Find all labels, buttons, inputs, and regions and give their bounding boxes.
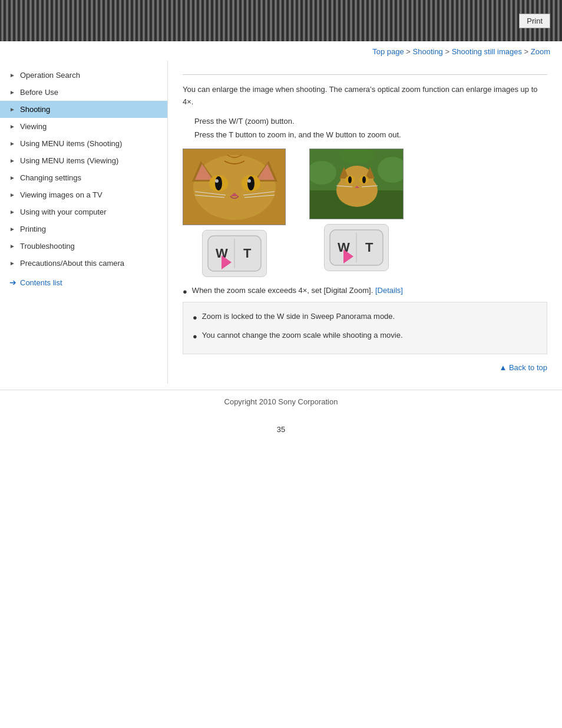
sidebar-item-before-use[interactable]: ► Before Use — [0, 84, 167, 101]
cat-image-large — [183, 149, 286, 225]
sidebar-item-shooting[interactable]: ► Shooting — [0, 101, 167, 118]
svg-text:T: T — [243, 246, 252, 261]
arrow-right-icon: ➔ — [9, 278, 16, 287]
arrow-icon: ► — [9, 174, 16, 182]
copyright-text: Copyright 2010 Sony Corporation — [224, 397, 338, 406]
page-layout: ► Operation Search ► Before Use ► Shooti… — [0, 61, 562, 384]
svg-point-33 — [348, 176, 352, 183]
page-number: 35 — [0, 425, 562, 434]
back-to-top-link[interactable]: Back to top — [509, 363, 547, 372]
print-button[interactable]: Print — [519, 14, 550, 28]
step-1: Press the W/T (zoom) button. Press the T… — [194, 114, 547, 142]
bullet-icon: ● — [183, 287, 187, 296]
breadcrumb-top[interactable]: Top page — [372, 47, 404, 56]
breadcrumb-still-images[interactable]: Shooting still images — [452, 47, 522, 56]
arrow-icon: ► — [9, 106, 16, 113]
arrow-icon: ► — [9, 72, 16, 79]
details-link[interactable]: [Details] — [375, 286, 403, 295]
sidebar-item-changing-settings[interactable]: ► Changing settings — [0, 169, 167, 186]
zoom-button-w-large: W T — [202, 230, 267, 277]
arrow-icon: ► — [9, 243, 16, 250]
arrow-icon: ► — [9, 209, 16, 216]
svg-point-34 — [362, 176, 366, 183]
footer: Copyright 2010 Sony Corporation — [0, 390, 562, 413]
contents-list-link[interactable]: ➔ Contents list — [0, 272, 167, 293]
right-image-col: W T — [309, 149, 404, 271]
note-box: ● Zoom is locked to the W side in Sweep … — [183, 302, 547, 354]
sidebar-item-precautions[interactable]: ► Precautions/About this camera — [0, 255, 167, 272]
main-description: You can enlarge the image when shooting.… — [183, 84, 547, 108]
arrow-icon: ► — [9, 226, 16, 233]
svg-point-1 — [193, 155, 276, 220]
svg-text:T: T — [365, 240, 373, 255]
cat-image-small — [309, 149, 404, 219]
sidebar-item-operation-search[interactable]: ► Operation Search — [0, 67, 167, 84]
left-image-col: W T — [183, 149, 286, 277]
bullet-icon: ● — [193, 330, 197, 343]
svg-point-9 — [247, 176, 254, 190]
arrow-icon: ► — [9, 123, 16, 130]
sidebar-item-using-menu-shooting[interactable]: ► Using MENU items (Shooting) — [0, 135, 167, 152]
note-item-1: ● Zoom is locked to the W side in Sweep … — [193, 309, 537, 324]
back-to-top: ▲ Back to top — [183, 363, 547, 372]
arrow-icon: ► — [9, 260, 16, 267]
zoom-images-row: W T — [183, 149, 547, 277]
breadcrumb-shooting[interactable]: Shooting — [413, 47, 443, 56]
svg-point-8 — [215, 176, 222, 190]
sidebar-item-printing[interactable]: ► Printing — [0, 220, 167, 238]
sidebar-item-using-menu-viewing[interactable]: ► Using MENU items (Viewing) — [0, 152, 167, 169]
arrow-icon: ► — [9, 157, 16, 164]
arrow-icon: ► — [9, 89, 16, 96]
zoom-button-t-small: W T — [324, 224, 389, 271]
sidebar-item-using-computer[interactable]: ► Using with your computer — [0, 203, 167, 220]
breadcrumb: Top page > Shooting > Shooting still ima… — [0, 41, 562, 61]
arrow-icon: ► — [9, 140, 16, 147]
zoom-note-item: ● When the zoom scale exceeds 4×, set [D… — [183, 286, 547, 296]
note-item-2: ● You cannot change the zoom scale while… — [193, 328, 537, 343]
sidebar: ► Operation Search ► Before Use ► Shooti… — [0, 61, 168, 384]
svg-point-10 — [215, 179, 219, 183]
sidebar-item-viewing-tv[interactable]: ► Viewing images on a TV — [0, 186, 167, 203]
svg-point-11 — [247, 179, 251, 183]
arrow-icon: ► — [9, 192, 16, 199]
main-content: You can enlarge the image when shooting.… — [168, 61, 562, 384]
sidebar-item-viewing[interactable]: ► Viewing — [0, 118, 167, 135]
sidebar-item-troubleshooting[interactable]: ► Troubleshooting — [0, 238, 167, 255]
header-bar: Print — [0, 0, 562, 41]
bullet-icon: ● — [193, 311, 197, 324]
breadcrumb-zoom[interactable]: Zoom — [531, 47, 550, 56]
section-divider — [183, 74, 547, 75]
